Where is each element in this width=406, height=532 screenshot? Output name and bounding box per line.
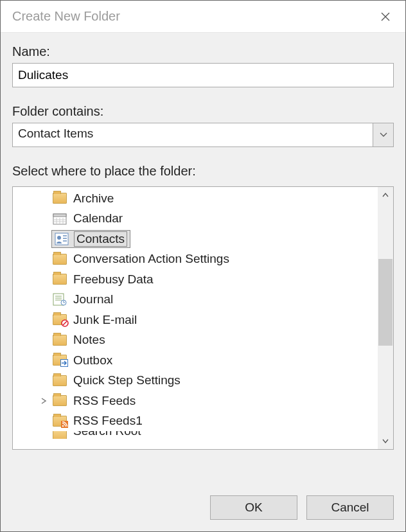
journal-icon	[53, 293, 67, 306]
tree-item-label: Contacts	[74, 231, 127, 247]
titlebar: Create New Folder	[1, 1, 405, 33]
close-icon	[380, 12, 391, 22]
tree-item-label: Journal	[72, 292, 114, 307]
create-folder-dialog: Create New Folder Name: Folder contains:…	[0, 0, 406, 532]
contacts-icon	[55, 233, 69, 245]
svg-rect-1	[53, 214, 66, 217]
tree-item-label: Archive	[72, 191, 115, 206]
outbox-icon	[53, 355, 67, 366]
folder-contains-value: Contact Items	[13, 123, 373, 146]
folder-icon	[53, 431, 67, 439]
scroll-thumb[interactable]	[378, 259, 393, 346]
tree-item[interactable]: Outbox	[13, 350, 378, 371]
tree-item-label: Outbox	[72, 353, 114, 368]
tree-item[interactable]: Search Root	[13, 431, 378, 439]
chevron-down-icon	[373, 123, 393, 146]
select-where-label: Select where to place the folder:	[12, 164, 394, 179]
name-label: Name:	[12, 44, 394, 59]
tree-item-label: Conversation Action Settings	[72, 251, 231, 267]
tree-item-label: Search Root	[72, 431, 143, 439]
scroll-down-button[interactable]	[378, 434, 393, 449]
folder-contains-select[interactable]: Contact Items	[12, 123, 394, 147]
folder-icon	[53, 395, 67, 406]
svg-point-23	[62, 425, 64, 427]
folder-icon	[53, 335, 67, 346]
cancel-button[interactable]: Cancel	[306, 495, 394, 520]
scrollbar[interactable]	[378, 187, 393, 449]
tree-item[interactable]: Quick Step Settings	[13, 371, 378, 391]
tree-item[interactable]: Junk E-mail	[13, 310, 378, 330]
scroll-up-button[interactable]	[378, 187, 393, 202]
tree-item-label: Notes	[72, 332, 107, 348]
ok-button[interactable]: OK	[210, 495, 297, 520]
tree-item[interactable]: RSS Feeds	[13, 391, 378, 411]
folder-icon	[53, 274, 67, 285]
rss-icon	[53, 416, 67, 427]
tree-item-label: Calendar	[72, 211, 124, 226]
tree-item-label: Quick Step Settings	[72, 373, 182, 388]
tree-item[interactable]: Journal	[13, 290, 378, 310]
tree-item[interactable]: Contacts	[13, 229, 378, 249]
tree-item[interactable]: RSS Feeds1	[13, 411, 378, 432]
name-input[interactable]	[12, 63, 394, 87]
tree-item-label: Junk E-mail	[72, 312, 138, 328]
folder-tree-container: ArchiveCalendarContactsConversation Acti…	[12, 186, 394, 450]
folder-contains-label: Folder contains:	[12, 104, 394, 119]
dialog-content: Name: Folder contains: Contact Items Sel…	[1, 33, 405, 484]
tree-item-label: RSS Feeds1	[72, 413, 144, 429]
tree-item[interactable]: Archive	[13, 188, 378, 209]
junk-icon	[53, 314, 67, 325]
calendar-icon	[53, 212, 67, 225]
svg-point-8	[57, 236, 61, 240]
tree-item-label: RSS Feeds	[72, 393, 137, 409]
folder-tree[interactable]: ArchiveCalendarContactsConversation Acti…	[13, 187, 378, 449]
tree-item[interactable]: Calendar	[13, 209, 378, 229]
tree-item-label: Freebusy Data	[72, 272, 155, 287]
scroll-track[interactable]	[378, 202, 393, 434]
close-button[interactable]	[375, 6, 396, 28]
button-row: OK Cancel	[1, 484, 405, 531]
tree-item[interactable]: Conversation Action Settings	[13, 249, 378, 270]
folder-icon	[53, 193, 67, 204]
dialog-title: Create New Folder	[12, 9, 375, 24]
expand-chevron-icon[interactable]	[36, 397, 51, 405]
tree-item[interactable]: Freebusy Data	[13, 269, 378, 290]
folder-icon	[53, 375, 67, 386]
tree-item[interactable]: Notes	[13, 330, 378, 351]
folder-icon	[53, 254, 67, 265]
